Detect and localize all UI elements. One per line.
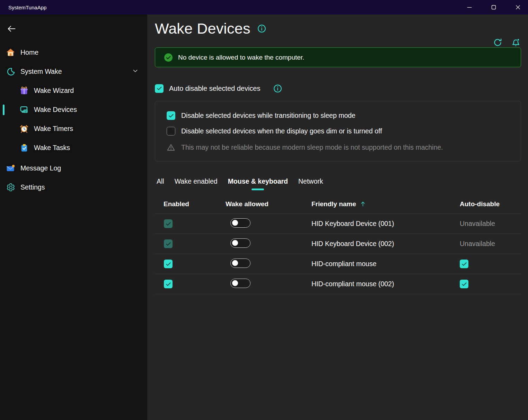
info-icon [273, 84, 282, 93]
table-row: HID Keyboard Device (001) Unavailable [155, 214, 521, 234]
auto-disable-options-panel: Disable selected devices while transitio… [155, 101, 521, 161]
warning-triangle-icon [167, 143, 175, 152]
success-check-icon [164, 53, 173, 62]
back-arrow-icon [7, 24, 16, 34]
app-title: SystemTunaApp [8, 5, 46, 10]
table-row: HID-compliant mouse [155, 254, 521, 274]
auto-disable-checkbox[interactable] [460, 280, 468, 288]
selection-indicator [3, 104, 5, 115]
wake-allowed-toggle[interactable] [230, 218, 250, 228]
sidebar-item-label: System Wake [20, 68, 62, 76]
toggle-knob [232, 260, 238, 266]
close-icon [514, 3, 522, 11]
sidebar-item-label: Wake Devices [34, 106, 77, 114]
close-button[interactable] [510, 0, 526, 15]
tab-label: Wake enabled [175, 177, 218, 185]
sidebar-item-label: Wake Tasks [34, 144, 70, 152]
mail-bell-icon [6, 164, 15, 173]
device-name: HID Keyboard Device (002) [311, 240, 394, 247]
check-icon [461, 261, 467, 267]
gear-icon [6, 183, 15, 192]
tab-label: Mouse & keyboard [228, 177, 288, 185]
sleep-transition-label: Disable selected devices while transitio… [181, 112, 355, 120]
moon-icon [6, 67, 15, 76]
sidebar-item-home[interactable]: Home [0, 43, 147, 62]
column-header-wake-allowed[interactable]: Wake allowed [226, 200, 311, 208]
column-header-friendly-name[interactable]: Friendly name [311, 200, 460, 208]
maximize-icon [490, 3, 498, 11]
sidebar-item-wake-wizard[interactable]: Wake Wizard [0, 81, 147, 100]
tab-network[interactable]: Network [297, 177, 325, 190]
table-row: HID Keyboard Device (002) Unavailable [155, 234, 521, 254]
back-button[interactable] [6, 23, 17, 35]
chevron-down-icon[interactable] [132, 68, 139, 76]
enabled-checkbox[interactable] [164, 219, 173, 228]
page-title-info-button[interactable] [257, 24, 267, 34]
device-filter-tabs: All Wake enabled Mouse & keyboard Networ… [155, 177, 521, 190]
window-controls [461, 0, 526, 15]
check-icon [165, 241, 171, 247]
wake-allowed-toggle[interactable] [230, 238, 250, 248]
wake-allowed-toggle[interactable] [230, 279, 250, 288]
page-title: Wake Devices [155, 20, 250, 37]
enabled-checkbox[interactable] [164, 280, 173, 288]
auto-disable-checkbox[interactable] [460, 260, 468, 268]
sidebar-item-system-wake[interactable]: System Wake [0, 62, 147, 81]
sidebar-item-settings[interactable]: Settings [0, 178, 147, 197]
main-content: Wake Devices [147, 15, 528, 420]
minimize-button[interactable] [461, 0, 477, 15]
enabled-checkbox[interactable] [164, 239, 173, 248]
sidebar-item-label: Home [20, 49, 38, 56]
maximize-button[interactable] [486, 0, 502, 15]
refresh-button[interactable] [493, 37, 502, 47]
sidebar-item-message-log[interactable]: Message Log [0, 159, 147, 178]
device-name: HID-compliant mouse (002) [311, 280, 394, 288]
check-icon [165, 221, 171, 227]
device-name: HID Keyboard Device (001) [311, 220, 394, 227]
tab-label: Network [298, 177, 323, 185]
sidebar-item-label: Wake Wizard [34, 87, 74, 95]
tab-all[interactable]: All [155, 177, 166, 190]
toggle-knob [232, 240, 238, 246]
sidebar-item-wake-timers[interactable]: Wake Timers [0, 119, 147, 138]
display-dim-label: Disable selected devices when the displa… [181, 127, 382, 135]
minimize-icon [466, 3, 473, 11]
home-icon [6, 48, 15, 57]
display-dim-checkbox[interactable] [167, 127, 175, 135]
status-banner-message: No device is allowed to wake the compute… [178, 54, 304, 61]
warning-text: This may not be reliable because modern … [181, 143, 443, 151]
tab-wake-enabled[interactable]: Wake enabled [173, 177, 219, 190]
sidebar-item-label: Message Log [20, 164, 61, 172]
tab-label: All [157, 177, 164, 185]
auto-disable-label: Auto disable selected devices [169, 85, 261, 93]
column-header-label: Friendly name [311, 200, 356, 208]
column-header-auto-disable[interactable]: Auto-disable [460, 200, 521, 208]
table-header: Enabled Wake allowed Friendly name Auto-… [155, 194, 521, 214]
active-tab-indicator [252, 189, 264, 190]
check-icon [461, 281, 467, 287]
table-row: HID-compliant mouse (002) [155, 274, 521, 294]
gift-icon [19, 86, 29, 95]
sidebar-item-label: Wake Timers [34, 125, 73, 133]
clipboard-check-icon [19, 143, 29, 152]
check-icon [168, 113, 174, 119]
sidebar-item-wake-devices[interactable]: Wake Devices [0, 100, 147, 119]
devices-table: Enabled Wake allowed Friendly name Auto-… [155, 194, 521, 294]
status-banner: No device is allowed to wake the compute… [155, 47, 521, 67]
auto-disable-info-button[interactable] [273, 84, 283, 93]
tab-mouse-keyboard[interactable]: Mouse & keyboard [226, 177, 290, 190]
column-header-enabled[interactable]: Enabled [155, 200, 226, 208]
notifications-button[interactable] [511, 37, 520, 47]
refresh-icon [493, 38, 502, 47]
auto-disable-checkbox[interactable] [155, 84, 164, 93]
enabled-checkbox[interactable] [164, 260, 173, 268]
sidebar-item-label: Settings [20, 183, 45, 191]
auto-disable-status: Unavailable [460, 240, 495, 247]
check-icon [165, 281, 171, 287]
sidebar: Home System Wake [0, 15, 147, 420]
wake-allowed-toggle[interactable] [230, 259, 250, 268]
info-icon [257, 24, 266, 33]
device-name: HID-compliant mouse [311, 260, 376, 268]
sleep-transition-checkbox[interactable] [167, 111, 175, 120]
sidebar-item-wake-tasks[interactable]: Wake Tasks [0, 138, 147, 157]
